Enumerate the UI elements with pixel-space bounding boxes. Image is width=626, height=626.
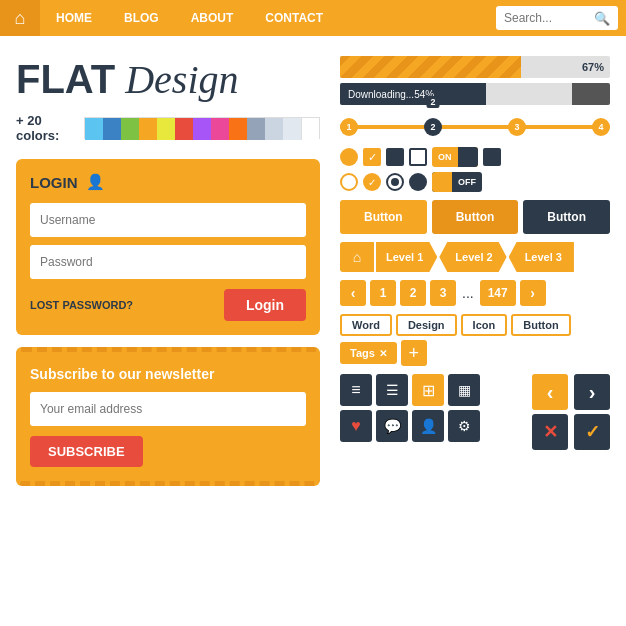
lost-password-link[interactable]: LOST PASSWORD? [30,299,133,311]
control-square-outline[interactable] [409,148,427,166]
toggle-on[interactable]: ON [432,147,478,167]
nav-arrow-right[interactable]: › [574,374,610,410]
chat-button[interactable]: 💬 [376,410,408,442]
title-flat: FLAT [16,57,115,101]
slider-node-1[interactable]: 1 [340,118,358,136]
email-input[interactable] [30,392,306,426]
pagination-2[interactable]: 2 [400,280,426,306]
breadcrumb-home[interactable]: ⌂ [340,242,374,272]
controls-row-2: ✓ OFF [340,172,610,192]
icon-buttons: ♥ 💬 👤 ⚙ [340,410,480,442]
control-check[interactable]: ✓ [363,148,381,166]
view-list[interactable]: ≡ [340,374,372,406]
subscribe-button[interactable]: SUBSCRIBE [30,436,143,467]
tag-icon[interactable]: Icon [461,314,508,336]
username-input[interactable] [30,203,306,237]
tag-button[interactable]: Button [511,314,570,336]
nav-item-about[interactable]: ABOUT [175,0,250,36]
view-grid[interactable]: ⊞ [412,374,444,406]
tag-close-icon[interactable]: ✕ [379,348,387,359]
control-circle-dark[interactable] [409,173,427,191]
nav-item-home[interactable]: HOME [40,0,108,36]
progress-bar-striped [340,56,521,78]
nav-arrow-left[interactable]: ‹ [532,374,568,410]
pagination-next[interactable]: › [520,280,546,306]
cancel-button[interactable]: ✕ [532,414,568,450]
progress-label-1: 67% [582,61,604,73]
tags-section: Word Design Icon Button Tags ✕ + [340,314,610,366]
breadcrumb-level2[interactable]: Level 2 [439,242,506,272]
controls-row-1: ✓ ON [340,147,610,167]
control-square-dark[interactable] [386,148,404,166]
pagination-dots: ... [460,285,476,301]
newsletter-title: Subscribe to our newsletter [30,366,306,382]
nav-item-blog[interactable]: BLOG [108,0,175,36]
progress-section: 67% Downloading...54% [340,56,610,105]
color-swatches [84,117,320,139]
breadcrumb: ⌂ Level 1 Level 2 Level 3 [340,242,610,272]
control-circle-outline[interactable] [340,173,358,191]
password-input[interactable] [30,245,306,279]
search-icon[interactable]: 🔍 [594,11,610,26]
login-box: LOGIN 👤 LOST PASSWORD? Login [16,159,320,335]
slider-section: 1 2 2 3 4 [340,115,610,139]
user-icon: 👤 [86,173,105,191]
breadcrumb-level1[interactable]: Level 1 [376,242,437,272]
slider-node-4[interactable]: 4 [592,118,610,136]
buttons-row: Button Button Button [340,200,610,234]
search-input[interactable] [504,11,594,25]
nav-item-contact[interactable]: CONTACT [249,0,339,36]
toggle-off[interactable]: OFF [432,172,482,192]
login-button[interactable]: Login [224,289,306,321]
newsletter-box: Subscribe to our newsletter SUBSCRIBE [16,347,320,486]
nav-arrow-buttons: ‹ › [532,374,610,410]
heart-button[interactable]: ♥ [340,410,372,442]
progress-bar-download: Downloading...54% [340,83,486,105]
pagination-1[interactable]: 1 [370,280,396,306]
view-grid2[interactable]: ▦ [448,374,480,406]
pagination-3[interactable]: 3 [430,280,456,306]
control-square-small[interactable] [483,148,501,166]
active-tag[interactable]: Tags ✕ [340,342,397,364]
pagination: ‹ 1 2 3 ... 147 › [340,280,610,306]
pagination-prev[interactable]: ‹ [340,280,366,306]
confirm-buttons: ✕ ✓ [532,414,610,450]
login-title: LOGIN 👤 [30,173,306,191]
title-design: Design [115,57,238,102]
tag-word[interactable]: Word [340,314,392,336]
view-list2[interactable]: ☰ [376,374,408,406]
nav-home-button[interactable]: ⌂ [0,0,40,36]
colors-label: + 20 colors: [16,113,76,143]
gear-button[interactable]: ⚙ [448,410,480,442]
control-circle-orange[interactable] [340,148,358,166]
hero-title: FLAT Design [16,56,320,103]
progress-label-2: Downloading...54% [348,89,434,100]
control-circle-radio[interactable] [386,173,404,191]
button-orange[interactable]: Button [340,200,427,234]
control-circle-check[interactable]: ✓ [363,173,381,191]
slider-node-2[interactable]: 2 2 [424,118,442,136]
breadcrumb-level3[interactable]: Level 3 [509,242,574,272]
view-toggles: ≡ ☰ ⊞ ▦ [340,374,480,406]
navbar: ⌂ HOME BLOG ABOUT CONTACT 🔍 [0,0,626,36]
confirm-button[interactable]: ✓ [574,414,610,450]
button-dark-orange[interactable]: Button [432,200,519,234]
user-button[interactable]: 👤 [412,410,444,442]
tag-add-button[interactable]: + [401,340,427,366]
pagination-last[interactable]: 147 [480,280,516,306]
slider-node-3[interactable]: 3 [508,118,526,136]
button-dark[interactable]: Button [523,200,610,234]
tag-design[interactable]: Design [396,314,457,336]
